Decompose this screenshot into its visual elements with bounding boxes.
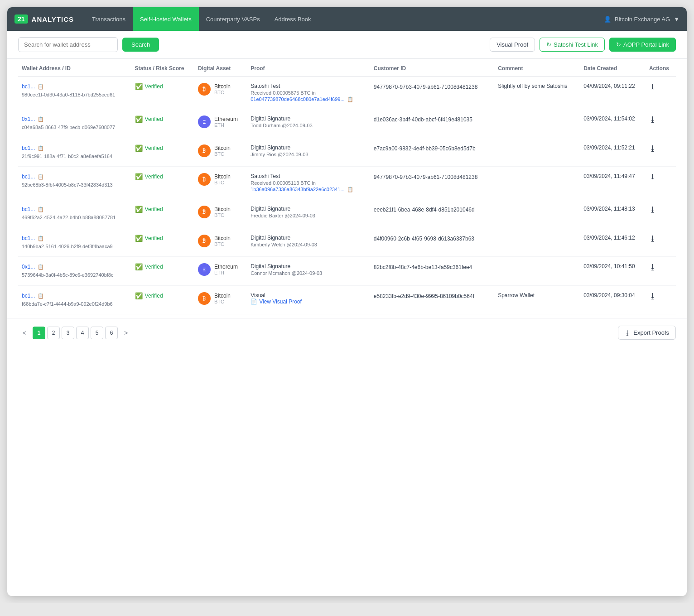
wallet-address-cell: 0x1... 📋 c04a68a5-8663-47f9-becb-d069e76… (18, 109, 131, 138)
actions-cell: ⭳ (646, 167, 676, 199)
copy-icon[interactable]: 📋 (38, 174, 44, 179)
customer-id-text: 82bc2f8b-48c7-4e6b-be13-fa59c361fee4 (374, 263, 491, 271)
table-row: bc1... 📋 980cee1f-0d30-43a0-8118-b7bd255… (18, 77, 676, 109)
wallet-link[interactable]: bc1... (22, 235, 35, 241)
asset-ticker: BTC (214, 299, 231, 304)
download-action-button[interactable]: ⭳ (649, 173, 656, 181)
nav-address-book[interactable]: Address Book (267, 7, 318, 31)
wallet-address-cell: bc1... 📋 980cee1f-0d30-43a0-8118-b7bd255… (18, 77, 131, 109)
date-created: 03/09/2024, 11:52:21 (583, 144, 642, 151)
verified-badge: ✅Verified (135, 116, 191, 123)
status-text: Verified (145, 173, 163, 180)
proof-tx-link[interactable]: 1b36a096a7336a86343bf9a22e6c02341... (251, 187, 344, 192)
btc-icon: ₿ (198, 235, 211, 247)
export-proofs-button[interactable]: ⭳ Export Proofs (618, 326, 676, 340)
actions-cell: ⭳ (646, 77, 676, 109)
visual-proof-button[interactable]: Visual Proof (490, 38, 535, 52)
page-3-button[interactable]: 3 (62, 327, 74, 339)
verified-icon: ✅ (135, 144, 143, 152)
view-visual-proof-link[interactable]: 📄 View Visual Proof (251, 298, 366, 305)
download-action-button[interactable]: ⭳ (649, 292, 656, 300)
download-action-button[interactable]: ⭳ (649, 144, 656, 152)
wallet-link[interactable]: bc1... (22, 293, 35, 299)
asset-cell: ₿ Bitcoin BTC (194, 77, 247, 109)
nav-transactions[interactable]: Transactions (85, 7, 133, 31)
table-row: 0x1... 📋 5739644b-3a0f-4b5c-89c6-e369274… (18, 257, 676, 286)
page-2-button[interactable]: 2 (47, 327, 60, 339)
app-window: 21 ANALYTICS Transactions Self-Hosted Wa… (7, 7, 687, 596)
asset-name: Bitcoin (214, 206, 231, 212)
copy-proof-icon[interactable]: 📋 (347, 96, 353, 102)
wallet-link[interactable]: bc1... (22, 83, 35, 90)
customer-id-cell: eeeb21f1-6bea-468e-8df4-d851b201046d (370, 199, 494, 228)
wallet-address-cell: bc1... 📋 92be68b3-8fbf-4005-b8c7-33f4283… (18, 167, 131, 199)
wallet-link[interactable]: 0x1... (22, 116, 35, 122)
file-icon: 📄 (251, 298, 257, 305)
wallet-address-cell: bc1... 📋 140b9ba2-5161-4026-b2f9-def3f4b… (18, 228, 131, 257)
search-input[interactable] (18, 37, 118, 52)
copy-icon[interactable]: 📋 (38, 236, 44, 241)
wallet-id: c04a68a5-8663-47f9-becb-d069e7608077 (22, 124, 128, 131)
col-status: Status / Risk Score (131, 59, 194, 77)
table-row: 0x1... 📋 c04a68a5-8663-47f9-becb-d069e76… (18, 109, 676, 138)
page-5-button[interactable]: 5 (91, 327, 103, 339)
download-action-button[interactable]: ⭳ (649, 116, 656, 123)
copy-icon[interactable]: 📋 (38, 116, 44, 122)
copy-icon[interactable]: 📋 (38, 145, 44, 151)
wallets-table: Wallet Address / ID Status / Risk Score … (18, 59, 676, 314)
proof-tx-link[interactable]: 01e047739870de6468c080e7a1ed4f699... (251, 96, 344, 102)
wallet-id: 92be68b3-8fbf-4005-b8c7-33f42834d313 (22, 181, 128, 189)
wallet-link[interactable]: bc1... (22, 173, 35, 180)
copy-icon[interactable]: 📋 (38, 207, 44, 212)
copy-icon[interactable]: 📋 (38, 84, 44, 89)
copy-icon[interactable]: 📋 (38, 264, 44, 270)
wallet-link[interactable]: 0x1... (22, 264, 35, 270)
asset-ticker: BTC (214, 90, 231, 95)
table-wrapper: Wallet Address / ID Status / Risk Score … (7, 59, 687, 314)
nav-username: Bitcoin Exchange AG (615, 16, 670, 23)
user-icon: 👤 (604, 16, 611, 23)
wallet-id: 5739644b-3a0f-4b5c-89c6-e3692740bf8c (22, 271, 128, 279)
asset-name: Ethereum (214, 116, 238, 122)
nav-self-hosted-wallets[interactable]: Self-Hosted Wallets (133, 7, 199, 31)
asset-name: Bitcoin (214, 83, 231, 90)
aopp-portal-link-button[interactable]: ↻ AOPP Portal Link (609, 38, 676, 52)
copy-proof-icon[interactable]: 📋 (347, 187, 353, 192)
wallet-id: 21f9c991-188a-4f71-b0c2-a8e8aefa5164 (22, 153, 128, 160)
actions-cell: ⭳ (646, 109, 676, 138)
wallet-link[interactable]: bc1... (22, 206, 35, 212)
download-action-button[interactable]: ⭳ (649, 83, 656, 91)
wallet-link[interactable]: bc1... (22, 145, 35, 151)
download-action-button[interactable]: ⭳ (649, 235, 656, 242)
copy-icon[interactable]: 📋 (38, 293, 44, 298)
page-6-button[interactable]: 6 (105, 327, 118, 339)
proof-type: Digital Signature (251, 235, 366, 241)
asset-ticker: ETH (214, 270, 238, 275)
customer-id-cell: 94779870-97b3-4079-ab61-71008d481238 (370, 77, 494, 109)
nav-user-menu[interactable]: 👤 Bitcoin Exchange AG ▼ (604, 16, 680, 23)
status-text: Verified (145, 235, 163, 241)
customer-id-cell: e7ac9a00-9832-4e4f-bb39-05c6b8ed5d7b (370, 138, 494, 167)
download-action-button[interactable]: ⭳ (649, 206, 656, 213)
next-page-button[interactable]: > (120, 327, 132, 339)
proof-cell: Digital SignatureKimberly Welch @2024-09… (247, 228, 370, 257)
comment-cell (494, 199, 580, 228)
status-cell: ✅Verified (131, 77, 194, 109)
verified-icon: ✅ (135, 263, 143, 270)
date-created: 03/09/2024, 10:41:50 (583, 263, 642, 270)
satoshi-test-link-button[interactable]: ↻ Satoshi Test Link (540, 38, 605, 52)
nav-counterparty-vasps[interactable]: Counterparty VASPs (199, 7, 267, 31)
proof-signer: Freddie Baxter @2024-09-03 (251, 213, 366, 218)
proof-cell: Digital SignatureTodd Durham @2024-09-03 (247, 109, 370, 138)
prev-page-button[interactable]: < (18, 327, 31, 339)
date-cell: 03/09/2024, 10:41:50 (580, 257, 646, 286)
download-action-button[interactable]: ⭳ (649, 263, 656, 271)
page-1-button[interactable]: 1 (33, 327, 45, 339)
search-button[interactable]: Search (122, 38, 159, 52)
chevron-down-icon: ▼ (674, 16, 680, 23)
date-created: 03/09/2024, 11:46:12 (583, 235, 642, 241)
refresh-icon: ↻ (546, 41, 551, 48)
verified-icon: ✅ (135, 83, 143, 90)
comment-cell (494, 228, 580, 257)
page-4-button[interactable]: 4 (76, 327, 89, 339)
